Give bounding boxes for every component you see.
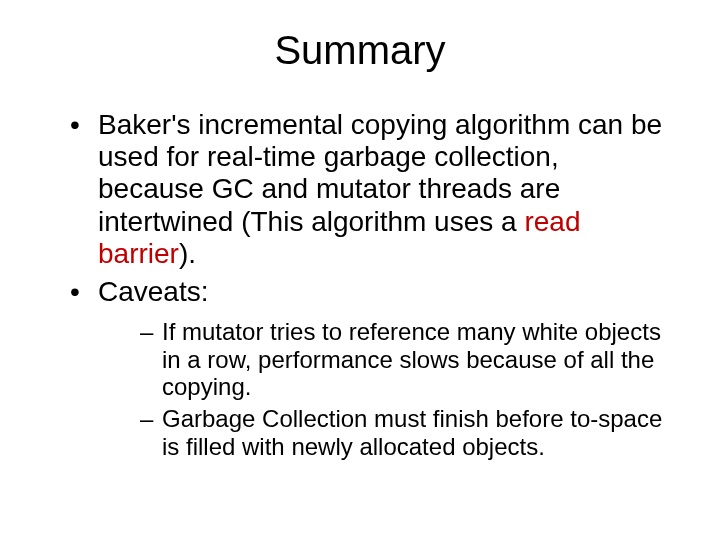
bullet-item: Baker's incremental copying algorithm ca… [70, 109, 670, 270]
sub-bullet-list: If mutator tries to reference many white… [140, 318, 670, 460]
bullet-text-pre: Caveats: [98, 276, 209, 307]
slide-title: Summary [40, 28, 680, 73]
bullet-text-post: ). [179, 238, 196, 269]
bullet-list: Baker's incremental copying algorithm ca… [70, 109, 670, 460]
sub-bullet-item: Garbage Collection must finish before to… [140, 405, 670, 460]
bullet-item: Caveats: If mutator tries to reference m… [70, 276, 670, 460]
slide: Summary Baker's incremental copying algo… [0, 0, 720, 540]
sub-bullet-item: If mutator tries to reference many white… [140, 318, 670, 401]
